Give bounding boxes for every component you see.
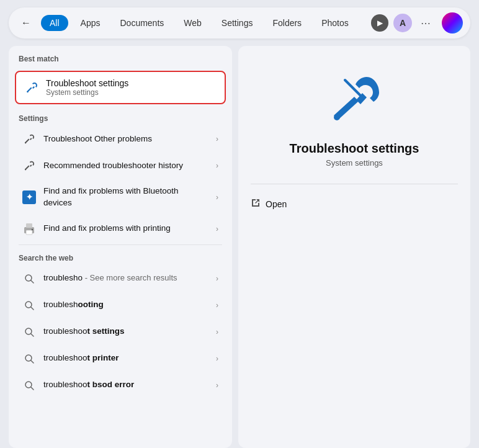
web-search-3-text: troubleshoot settings (43, 326, 208, 338)
chevron-icon-3: › (216, 193, 218, 202)
troubleshoot-icon (326, 71, 382, 127)
svg-rect-4 (26, 223, 32, 228)
right-divider (251, 184, 458, 184)
web-search-5-text: troubleshoot bsod error (43, 379, 208, 391)
open-label: Open (266, 199, 287, 209)
svg-point-2 (25, 169, 26, 170)
web-item-4[interactable]: troubleshoot printer › (12, 346, 228, 372)
chevron-icon-4: › (216, 225, 218, 233)
search-icon-1 (22, 272, 36, 285)
settings-section-label: Settings (9, 108, 232, 125)
divider (19, 244, 222, 245)
tab-folders[interactable]: Folders (265, 15, 309, 31)
chevron-web-3: › (216, 328, 218, 336)
open-button[interactable]: Open (251, 193, 458, 215)
more-button[interactable]: ▶ (371, 14, 388, 32)
web-item-5[interactable]: troubleshoot bsod error › (12, 372, 228, 398)
web-search-4-text: troubleshoot printer (43, 352, 208, 364)
svg-point-1 (25, 142, 26, 143)
wrench-icon (25, 81, 38, 94)
main-content: Best match Troubleshoot settings System … (9, 46, 470, 448)
web-search-1-suffix: - See more search results (83, 273, 177, 282)
wrench-icon-history (22, 159, 36, 172)
right-panel-subtitle: System settings (326, 158, 383, 168)
web-search-1-prefix: troublesho (43, 273, 83, 282)
list-item-troubleshoot-other[interactable]: Troubleshoot Other problems › (12, 126, 228, 152)
web-search-4-bold: t printer (87, 353, 119, 362)
tab-photos[interactable]: Photos (314, 15, 356, 31)
right-icon-wrap (326, 71, 382, 129)
svg-point-0 (27, 91, 28, 92)
printing-label: Find and fix problems with printing (43, 223, 208, 235)
list-item-printing[interactable]: Find and fix problems with printing › (12, 216, 228, 242)
game-bar-icon[interactable] (442, 12, 463, 34)
list-item-recommended-history[interactable]: Recommended troubleshooter history › (12, 153, 228, 179)
svg-point-6 (32, 229, 33, 230)
left-panel: Best match Troubleshoot settings System … (9, 46, 232, 448)
web-search-5-bold: t bsod error (87, 380, 135, 389)
web-search-2-bold: ooting (78, 300, 104, 309)
chevron-web-1: › (216, 274, 218, 283)
best-match-label: Best match (9, 46, 232, 67)
list-item-bluetooth[interactable]: ✦ Find and fix problems with Bluetooth d… (12, 179, 228, 215)
search-bar: ← All Apps Documents Web Settings Folder… (9, 7, 470, 38)
wrench-icon-other (22, 132, 36, 146)
right-panel: Troubleshoot settings System settings Op… (238, 46, 470, 448)
web-item-2[interactable]: troubleshooting › (12, 292, 228, 318)
web-item-3[interactable]: troubleshoot settings › (12, 319, 228, 345)
web-item-1[interactable]: troublesho - See more search results › (12, 266, 228, 292)
svg-line-12 (31, 334, 34, 336)
chevron-web-2: › (216, 301, 218, 310)
svg-rect-5 (26, 230, 32, 235)
best-match-item[interactable]: Troubleshoot settings System settings (15, 71, 226, 104)
search-icon-5 (22, 379, 36, 392)
svg-line-8 (31, 280, 34, 283)
svg-line-16 (31, 387, 34, 390)
tab-apps[interactable]: Apps (73, 15, 108, 31)
best-match-text: Troubleshoot settings System settings (46, 78, 128, 97)
tab-web[interactable]: Web (176, 15, 209, 31)
tab-all[interactable]: All (41, 15, 68, 31)
best-match-title: Troubleshoot settings (46, 78, 128, 88)
avatar-button[interactable]: A (393, 14, 412, 32)
right-panel-title: Troubleshoot settings (290, 141, 419, 156)
open-icon (251, 198, 261, 210)
overflow-menu-button[interactable]: ⋯ (417, 15, 434, 32)
chevron-icon-2: › (216, 161, 218, 170)
web-section-label: Search the web (9, 248, 232, 265)
best-match-subtitle: System settings (46, 88, 128, 97)
chevron-web-4: › (216, 354, 218, 363)
bluetooth-icon: ✦ (22, 190, 36, 204)
svg-point-17 (334, 114, 340, 120)
tab-documents[interactable]: Documents (112, 15, 171, 31)
svg-line-14 (31, 361, 34, 363)
web-search-1-text: troublesho - See more search results (43, 272, 208, 284)
troubleshoot-other-label: Troubleshoot Other problems (43, 133, 208, 145)
search-icon-2 (22, 298, 36, 312)
tab-settings[interactable]: Settings (214, 15, 261, 31)
web-search-2-text: troubleshooting (43, 299, 208, 311)
svg-line-10 (31, 307, 34, 310)
search-icon-3 (22, 325, 36, 339)
back-button[interactable]: ← (16, 13, 36, 33)
recommended-history-label: Recommended troubleshooter history (43, 160, 208, 172)
chevron-icon: › (216, 135, 218, 143)
printer-icon (22, 222, 36, 236)
web-search-3-bold: t settings (87, 326, 125, 336)
search-icon-4 (22, 352, 36, 365)
bluetooth-label: Find and fix problems with Bluetooth dev… (43, 186, 208, 209)
chevron-web-5: › (216, 381, 218, 390)
